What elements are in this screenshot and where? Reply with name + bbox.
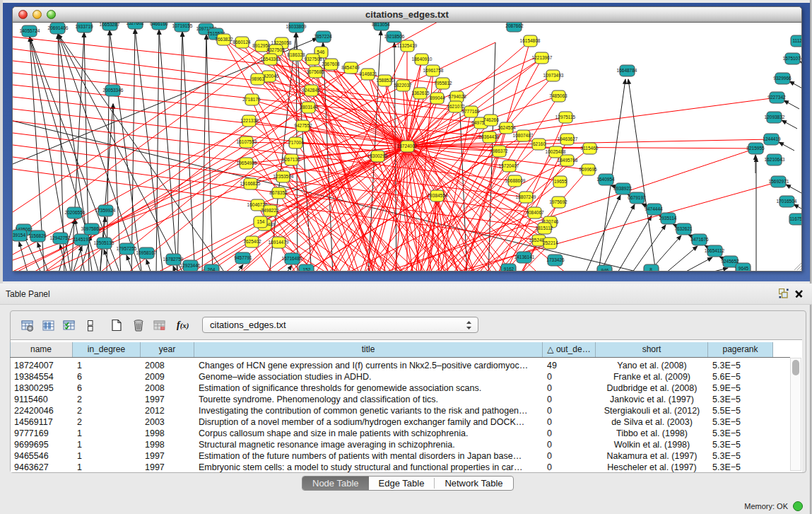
svg-text:2718176: 2718176 bbox=[242, 97, 261, 102]
svg-text:18495768: 18495768 bbox=[558, 158, 578, 163]
svg-text:3498222: 3498222 bbox=[261, 208, 279, 213]
svg-text:8215955: 8215955 bbox=[746, 146, 765, 151]
svg-text:1621072: 1621072 bbox=[447, 104, 465, 109]
svg-text:11325419: 11325419 bbox=[397, 43, 418, 48]
svg-text:12942757: 12942757 bbox=[50, 235, 71, 240]
svg-text:7955812: 7955812 bbox=[434, 81, 452, 86]
svg-text:16033809: 16033809 bbox=[286, 24, 307, 29]
svg-text:8: 8 bbox=[649, 267, 652, 271]
svg-text:1815112: 1815112 bbox=[536, 226, 553, 230]
svg-text:9777169: 9777169 bbox=[461, 109, 480, 114]
svg-text:10653287: 10653287 bbox=[100, 23, 120, 27]
svg-text:3624554: 3624554 bbox=[498, 125, 516, 130]
svg-text:15751074: 15751074 bbox=[783, 56, 801, 61]
svg-text:19655: 19655 bbox=[554, 179, 567, 184]
svg-text:9245652: 9245652 bbox=[721, 259, 739, 264]
svg-text:6679197: 6679197 bbox=[628, 195, 646, 200]
svg-text:7986372: 7986372 bbox=[490, 148, 508, 153]
svg-text:18724007: 18724007 bbox=[397, 144, 418, 148]
svg-text:9242845: 9242845 bbox=[302, 88, 320, 93]
svg-text:19384554: 19384554 bbox=[428, 193, 448, 198]
svg-text:264: 264 bbox=[208, 267, 216, 271]
svg-text:1733426: 1733426 bbox=[546, 257, 565, 262]
svg-text:546: 546 bbox=[317, 49, 325, 54]
svg-text:3675685: 3675685 bbox=[306, 69, 324, 74]
svg-text:9227342: 9227342 bbox=[767, 95, 786, 100]
svg-text:8938923: 8938923 bbox=[613, 186, 632, 191]
svg-text:20053346: 20053346 bbox=[103, 88, 124, 93]
svg-text:8186328: 8186328 bbox=[287, 52, 305, 57]
svg-text:12353594: 12353594 bbox=[273, 174, 294, 179]
svg-text:10688609: 10688609 bbox=[505, 178, 526, 183]
svg-text:20691406: 20691406 bbox=[48, 25, 69, 30]
svg-text:9327505: 9327505 bbox=[266, 47, 285, 52]
svg-text:7857224: 7857224 bbox=[314, 34, 332, 39]
svg-text:30975867: 30975867 bbox=[81, 226, 102, 231]
svg-text:1156829: 1156829 bbox=[29, 233, 47, 238]
svg-text:16543362: 16543362 bbox=[261, 57, 281, 62]
svg-text:20206556: 20206556 bbox=[65, 210, 86, 215]
svg-text:746266: 746266 bbox=[483, 117, 499, 122]
svg-text:5822037: 5822037 bbox=[394, 83, 412, 88]
svg-text:6794028: 6794028 bbox=[448, 94, 466, 99]
svg-text:98963: 98963 bbox=[252, 76, 264, 81]
svg-text:1221338: 1221338 bbox=[240, 118, 259, 123]
svg-text:11124: 11124 bbox=[792, 38, 801, 43]
svg-text:10654112: 10654112 bbox=[705, 248, 725, 253]
svg-text:16914479: 16914479 bbox=[269, 240, 289, 245]
svg-text:16782759: 16782759 bbox=[163, 257, 184, 262]
svg-text:9115460: 9115460 bbox=[581, 146, 599, 151]
svg-text:16210643: 16210643 bbox=[765, 157, 785, 162]
svg-text:116753: 116753 bbox=[789, 216, 801, 221]
svg-text:12975115: 12975115 bbox=[555, 115, 576, 119]
svg-text:1975692: 1975692 bbox=[549, 199, 567, 204]
svg-text:9474444: 9474444 bbox=[645, 206, 663, 211]
svg-text:10025488: 10025488 bbox=[546, 149, 566, 154]
svg-text:12213967: 12213967 bbox=[532, 55, 553, 60]
svg-text:1527602: 1527602 bbox=[126, 23, 144, 25]
svg-text:19463627: 19463627 bbox=[558, 136, 578, 141]
svg-text:8660124: 8660124 bbox=[233, 40, 251, 45]
svg-text:1933719: 1933719 bbox=[75, 24, 93, 29]
svg-text:2803144: 2803144 bbox=[300, 105, 318, 110]
svg-text:18300295: 18300295 bbox=[367, 153, 388, 158]
svg-text:10719155: 10719155 bbox=[172, 23, 193, 28]
svg-text:946: 946 bbox=[601, 268, 609, 271]
svg-text:19654985: 19654985 bbox=[237, 160, 257, 165]
svg-text:9699695: 9699695 bbox=[579, 167, 597, 172]
svg-text:7485063: 7485063 bbox=[549, 93, 567, 98]
svg-text:8678352: 8678352 bbox=[269, 190, 288, 195]
svg-text:16961758: 16961758 bbox=[423, 68, 444, 73]
svg-text:9084067: 9084067 bbox=[526, 210, 544, 215]
svg-text:1362615: 1362615 bbox=[411, 90, 430, 95]
svg-text:10807487: 10807487 bbox=[513, 133, 534, 138]
svg-text:18640910: 18640910 bbox=[412, 57, 433, 62]
svg-text:252214: 252214 bbox=[543, 240, 558, 245]
svg-text:9329966: 9329966 bbox=[773, 76, 792, 81]
svg-text:15692971: 15692971 bbox=[769, 179, 789, 184]
svg-text:19218506: 19218506 bbox=[384, 34, 405, 39]
svg-text:717004: 717004 bbox=[288, 140, 304, 145]
svg-text:12093832: 12093832 bbox=[765, 115, 785, 119]
svg-text:9427552: 9427552 bbox=[294, 123, 312, 128]
svg-text:14055724: 14055724 bbox=[20, 28, 40, 33]
svg-text:18807249: 18807249 bbox=[516, 194, 536, 199]
svg-text:1588520: 1588520 bbox=[376, 78, 394, 83]
svg-text:7663822: 7663822 bbox=[215, 37, 233, 42]
svg-text:12505135: 12505135 bbox=[94, 240, 114, 245]
svg-text:16648784: 16648784 bbox=[617, 68, 637, 73]
svg-text:9645: 9645 bbox=[739, 266, 749, 271]
svg-text:2087662: 2087662 bbox=[505, 23, 524, 28]
svg-text:6466160: 6466160 bbox=[150, 23, 168, 26]
svg-text:17957255: 17957255 bbox=[117, 246, 137, 251]
svg-text:9162: 9162 bbox=[504, 267, 514, 271]
svg-text:16107553: 16107553 bbox=[237, 139, 257, 144]
svg-text:19166825: 19166825 bbox=[240, 181, 261, 186]
svg-text:10973493: 10973493 bbox=[543, 73, 564, 78]
svg-text:16154808: 16154808 bbox=[520, 38, 541, 43]
svg-text:17016504: 17016504 bbox=[777, 199, 797, 204]
svg-text:8471676: 8471676 bbox=[690, 237, 709, 242]
svg-text:15716485: 15716485 bbox=[282, 256, 302, 261]
svg-text:62160: 62160 bbox=[533, 141, 546, 146]
svg-text:9327508: 9327508 bbox=[304, 57, 322, 62]
